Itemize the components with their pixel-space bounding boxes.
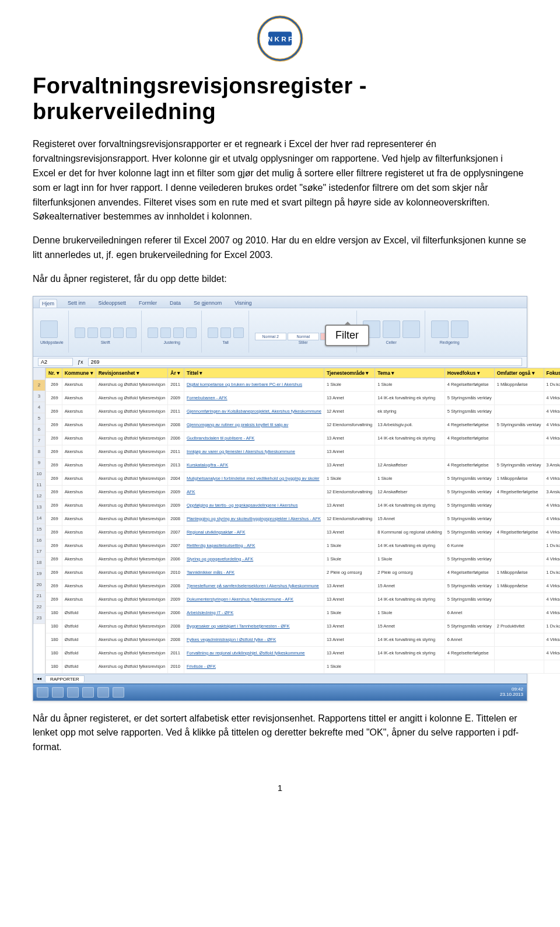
row-header[interactable]: 20 [33, 580, 45, 591]
bold-icon[interactable] [75, 327, 85, 338]
wrap-text-icon[interactable] [186, 327, 197, 338]
cell: 5 Styringsmåls verktøy [444, 472, 494, 485]
row-header[interactable]: 11 [33, 480, 45, 491]
title-link[interactable]: Frivilsde - ØFK [184, 660, 324, 673]
title-link[interactable]: Gjennomgang av rutiner og praksis knytte… [184, 418, 324, 431]
column-header[interactable]: Revisjonsenhet ▾ [96, 368, 168, 378]
table-row: 269AkershusAkershus og Østfold fylkesrev… [46, 525, 561, 539]
cell: 5 Styringsmåls verktøy [444, 619, 494, 633]
row-header[interactable]: 9 [33, 458, 45, 469]
percent-icon[interactable] [220, 327, 231, 338]
underline-icon[interactable] [100, 327, 111, 338]
formula-input[interactable]: 269 [88, 358, 522, 366]
taskbar-app-icon[interactable] [67, 687, 79, 698]
column-header[interactable]: År ▾ [168, 368, 184, 378]
name-box[interactable]: A2 [38, 358, 73, 366]
sort-filter-icon[interactable] [431, 320, 449, 338]
title-link[interactable]: Mulighetsanalyse i forbindelse med vedli… [184, 472, 324, 485]
taskbar-app-icon[interactable] [82, 687, 94, 698]
row-header[interactable]: 3 [33, 391, 45, 402]
comma-icon[interactable] [233, 327, 244, 338]
title-link[interactable]: Planlegging og styring av skoleutbygging… [184, 512, 324, 525]
align-center-icon[interactable] [160, 327, 171, 338]
paste-icon[interactable] [40, 320, 58, 338]
cell-style[interactable]: Normal [288, 333, 319, 340]
row-header[interactable]: 2 [33, 380, 45, 391]
row-header[interactable]: 21 [33, 591, 45, 602]
title-link[interactable]: Dokumenterstyringen i Akershus fylkeskom… [184, 593, 324, 606]
title-link[interactable]: Fylkes vegadministrasjon i Østfold fylke… [184, 633, 324, 646]
cell: 4 Virksomhetsstyring [544, 472, 560, 485]
column-header[interactable]: Tittel ▾ [184, 368, 324, 378]
number-format-icon[interactable] [208, 327, 218, 338]
row-header[interactable]: 23 [33, 613, 45, 624]
title-link[interactable]: Regional utviklingsaktør - AFK [184, 525, 324, 539]
row-header[interactable]: 16 [33, 535, 45, 546]
row-header[interactable]: 10 [33, 469, 45, 480]
title-link[interactable]: Tannklinikker måls - AFK [184, 566, 324, 579]
title-link[interactable]: Digital kompetanse og bruken av bærbare … [184, 378, 324, 391]
row-header[interactable]: 4 [33, 402, 45, 413]
row-header[interactable]: 22 [33, 602, 45, 613]
ribbon-tab[interactable]: Sett inn [65, 299, 88, 308]
row-header[interactable]: 12 [33, 491, 45, 502]
format-icon[interactable] [402, 320, 420, 338]
nkrf-logo-icon: N K R F [256, 14, 304, 63]
taskbar-app-icon[interactable] [97, 687, 109, 698]
title-link[interactable]: Rettferdig kapasitetsutsetting - AFK [184, 539, 324, 552]
title-link[interactable]: Byggesaker og vaktskjørt i Tannhelsetjen… [184, 619, 324, 633]
title-link[interactable]: AFK [184, 485, 324, 499]
title-link[interactable]: Innkjøp av varer og tjenester i Akershus… [184, 445, 324, 458]
fill-color-icon[interactable] [113, 327, 124, 338]
fx-icon[interactable]: ƒx [78, 359, 83, 365]
column-header[interactable]: Tjenesteområde ▾ [324, 368, 374, 378]
title-link[interactable]: Arbeidsledning IT - ØFK [184, 606, 324, 619]
row-header[interactable]: 13 [33, 502, 45, 513]
row-header[interactable]: 18 [33, 557, 45, 569]
title-link[interactable]: Kurskatalog/fra - AFK [184, 458, 324, 472]
ribbon-tab[interactable]: Data [167, 299, 183, 308]
font-color-icon[interactable] [126, 327, 136, 338]
title-link[interactable]: Gjennomføringen av Kolsåsbaneprosjektet,… [184, 405, 324, 418]
ribbon-group-editing: Redigering [429, 311, 473, 353]
start-button-icon[interactable] [37, 687, 48, 698]
row-header[interactable]: 6 [33, 424, 45, 435]
column-header[interactable]: Nr. ▾ [46, 368, 62, 378]
column-header[interactable]: Hovedfokus ▾ [444, 368, 494, 378]
ribbon-tab[interactable]: Visning [232, 299, 254, 308]
ribbon-tab-hjem[interactable]: Hjem [39, 299, 57, 308]
row-header[interactable]: 19 [33, 569, 45, 580]
sheet-nav-prev-icon[interactable]: ◂◂ [37, 676, 41, 681]
title-link[interactable]: Oppfølging av tærtis- og regnkapsavdelin… [184, 499, 324, 512]
row-header[interactable]: 5 [33, 413, 45, 424]
sheet-tab[interactable]: RAPPORTER [45, 675, 85, 682]
taskbar-app-icon[interactable] [52, 687, 64, 698]
align-left-icon[interactable] [148, 327, 158, 338]
column-header[interactable]: Omfatter også ▾ [494, 368, 544, 378]
title-link[interactable]: Styring og oppgavefordeling - AFK [184, 552, 324, 566]
ribbon-tab[interactable]: Sideoppsett [96, 299, 129, 308]
cell: 269 [46, 485, 62, 499]
taskbar-app-icon[interactable] [113, 687, 124, 698]
column-header[interactable]: Kommune ▾ [62, 368, 96, 378]
row-header[interactable]: 14 [33, 513, 45, 524]
row-header[interactable]: 7 [33, 435, 45, 447]
italic-icon[interactable] [88, 327, 98, 338]
row-header[interactable]: 17 [33, 546, 45, 557]
ribbon-tab[interactable]: Formler [136, 299, 159, 308]
cell: 4 Regelsetterfølgelse [444, 458, 494, 472]
find-select-icon[interactable] [451, 320, 468, 338]
delete-icon[interactable] [383, 320, 400, 338]
row-header[interactable]: 8 [33, 447, 45, 458]
column-header[interactable]: Fokusområde ▾ [544, 368, 560, 378]
title-link[interactable]: Fornebubanen - AFK [184, 391, 324, 405]
row-header[interactable]: 15 [33, 524, 45, 535]
ribbon-tab[interactable]: Se gjennom [191, 299, 224, 308]
title-link[interactable]: Forvaltning av regional utviklingshjel. … [184, 646, 324, 660]
title-link[interactable]: Tjenesteflumer på samferdselensektoren i… [184, 579, 324, 593]
cell-style[interactable]: Normal 2 [255, 333, 286, 340]
align-right-icon[interactable] [173, 327, 184, 338]
title-link[interactable]: Gudbrandsdalen til publisere - AFK [184, 431, 324, 445]
cell: 1 Måloppnåelse [494, 566, 544, 579]
column-header[interactable]: Tema ▾ [375, 368, 444, 378]
